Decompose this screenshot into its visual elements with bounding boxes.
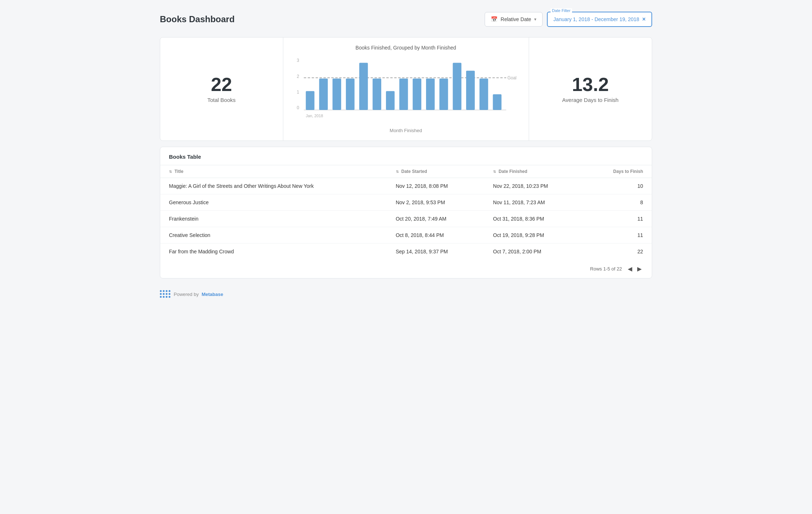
metrics-row: 22 Total Books Books Finished, Grouped b… [160,37,652,141]
svg-text:2: 2 [296,74,299,79]
cell-days: 11 [586,227,652,244]
powered-by-text: Powered by [174,292,199,297]
close-icon[interactable]: × [642,16,646,23]
svg-rect-19 [466,71,475,110]
cell-title: Far from the Madding Crowd [160,244,387,260]
pagination-text: Rows 1-5 of 22 [590,266,622,272]
cell-date-finished: Nov 11, 2018, 7:23 AM [484,194,586,211]
table-row: Creative Selection Oct 8, 2018, 8:44 PM … [160,227,652,244]
svg-rect-14 [399,79,408,110]
col-title[interactable]: ⇅ Title [160,165,387,178]
svg-rect-8 [319,79,328,110]
table-row: Maggie: A Girl of the Streets and Other … [160,178,652,194]
svg-text:Goal: Goal [507,75,516,80]
cell-date-started: Nov 12, 2018, 8:08 PM [387,178,484,194]
header-controls: 📅 Relative Date ▾ Date Filter January 1,… [485,12,652,27]
sort-icon-title: ⇅ [169,170,172,174]
avg-days-number: 13.2 [572,75,609,94]
relative-date-button[interactable]: 📅 Relative Date ▾ [485,12,543,27]
svg-rect-12 [373,79,381,110]
date-filter-label: Date Filter [551,8,572,13]
svg-rect-9 [332,79,341,110]
footer: Powered by Metabase [160,284,652,304]
pagination-row: Rows 1-5 of 22 ◀ ▶ [160,260,652,278]
total-books-card: 22 Total Books [160,37,283,141]
metabase-logo-icon [160,290,171,298]
cell-days: 11 [586,211,652,227]
cell-date-started: Nov 2, 2018, 9:53 PM [387,194,484,211]
svg-rect-7 [306,91,314,110]
cell-date-started: Oct 8, 2018, 8:44 PM [387,227,484,244]
svg-rect-20 [479,79,488,110]
chart-x-label: Month Finished [292,128,520,133]
svg-rect-16 [426,79,435,110]
cell-date-started: Sep 14, 2018, 9:37 PM [387,244,484,260]
table-body: Maggie: A Girl of the Streets and Other … [160,178,652,260]
date-filter-button[interactable]: January 1, 2018 - December 19, 2018 × [547,12,652,27]
col-days-to-finish[interactable]: Days to Finish [586,165,652,178]
cell-date-finished: Oct 7, 2018, 2:00 PM [484,244,586,260]
col-date-started[interactable]: ⇅ Date Started [387,165,484,178]
prev-page-button[interactable]: ◀ [626,265,634,273]
books-table-card: Books Table ⇅ Title ⇅ Date Started ⇅ Dat… [160,147,652,278]
total-books-number: 22 [211,75,232,94]
chart-area: 3 2 1 0 Goal [292,55,520,133]
svg-rect-15 [413,79,421,110]
chevron-down-icon: ▾ [534,17,536,22]
svg-rect-17 [439,79,448,110]
total-books-label: Total Books [207,97,236,103]
svg-rect-18 [453,63,461,110]
relative-date-label: Relative Date [501,16,531,22]
sort-icon-date-started: ⇅ [396,170,399,174]
cell-days: 22 [586,244,652,260]
svg-rect-11 [359,63,368,110]
table-row: Far from the Madding Crowd Sep 14, 2018,… [160,244,652,260]
col-date-finished[interactable]: ⇅ Date Finished [484,165,586,178]
avg-days-card: 13.2 Average Days to Finish [529,37,652,141]
table-header-row: ⇅ Title ⇅ Date Started ⇅ Date Finished D… [160,165,652,178]
cell-days: 10 [586,178,652,194]
avg-days-label: Average Days to Finish [562,97,619,103]
svg-text:1: 1 [296,90,299,95]
svg-text:3: 3 [296,58,299,63]
pagination-nav: ◀ ▶ [626,265,643,273]
page-title: Books Dashboard [160,14,234,24]
date-filter-value: January 1, 2018 - December 19, 2018 [553,16,639,22]
date-filter-wrapper: Date Filter January 1, 2018 - December 1… [547,12,652,27]
cell-title: Generous Justice [160,194,387,211]
cell-days: 8 [586,194,652,211]
page-header: Books Dashboard 📅 Relative Date ▾ Date F… [160,12,652,27]
books-table: ⇅ Title ⇅ Date Started ⇅ Date Finished D… [160,165,652,260]
cell-title: Frankenstein [160,211,387,227]
cell-title: Maggie: A Girl of the Streets and Other … [160,178,387,194]
svg-rect-10 [346,79,354,110]
chart-title: Books Finished, Grouped by Month Finishe… [355,45,456,51]
svg-text:0: 0 [296,105,299,110]
table-row: Generous Justice Nov 2, 2018, 9:53 PM No… [160,194,652,211]
svg-rect-21 [493,94,501,110]
svg-rect-13 [386,91,394,110]
cell-title: Creative Selection [160,227,387,244]
metabase-brand: Metabase [202,292,223,297]
sort-icon-date-finished: ⇅ [493,170,496,174]
bar-chart: 3 2 1 0 Goal [292,55,520,126]
cell-date-finished: Nov 22, 2018, 10:23 PM [484,178,586,194]
next-page-button[interactable]: ▶ [636,265,643,273]
cell-date-finished: Oct 31, 2018, 8:36 PM [484,211,586,227]
svg-text:Jan, 2018: Jan, 2018 [306,114,323,118]
cell-date-finished: Oct 19, 2018, 9:28 PM [484,227,586,244]
table-row: Frankenstein Oct 20, 2018, 7:49 AM Oct 3… [160,211,652,227]
table-title: Books Table [160,147,652,165]
chart-card: Books Finished, Grouped by Month Finishe… [283,37,529,141]
cell-date-started: Oct 20, 2018, 7:49 AM [387,211,484,227]
calendar-icon: 📅 [491,16,498,23]
